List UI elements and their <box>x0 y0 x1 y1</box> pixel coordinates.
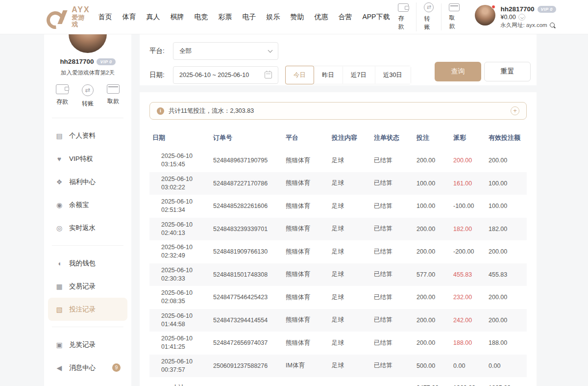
table-row: 2025-06-10 03:15:45 5248489637190795 熊猫体… <box>149 149 527 172</box>
cell-payout: 0.00 <box>450 355 486 378</box>
vip-badge: VIP 0 <box>97 58 115 65</box>
subtotal-bet: 2477.00 <box>414 377 450 386</box>
cell-payout: 182.00 <box>450 218 486 241</box>
date-preset-button[interactable]: 昨日 <box>314 66 343 84</box>
sidebar-item-wallet[interactable]: ◖ 我的钱包 <box>48 252 127 275</box>
header-wallet-actions: 存款 转账 取款 <box>391 2 467 31</box>
cell-order-number: 2506091237588276 <box>210 355 283 378</box>
subtotal-platform: — — <box>283 377 329 386</box>
nav-item[interactable]: 彩票 <box>217 10 233 25</box>
cell-date: 2025-06-10 01:44:58 <box>149 309 210 332</box>
nav-item[interactable]: 赞助 <box>289 10 305 25</box>
transfer-action[interactable]: 转账 <box>416 2 441 31</box>
cell-bet-content: 足球 <box>329 218 371 241</box>
cell-bet-content: 足球 <box>329 332 371 355</box>
sidebar-item-yuebao[interactable]: ◉ 余额宝 <box>48 193 127 216</box>
nav-item[interactable]: 电竞 <box>193 10 209 25</box>
deposit-action[interactable]: 存款 <box>56 84 69 108</box>
cell-valid-amount: 200.00 <box>486 286 527 309</box>
nav-item[interactable]: 合营 <box>337 10 353 25</box>
date-range-input[interactable]: 2025-06-10 ~ 2025-06-10 <box>173 66 278 84</box>
summary-bar: 共计11笔投注，流水：2,303.83 <box>149 102 527 120</box>
cell-platform: 熊猫体育 <box>283 263 329 286</box>
piggy-bank-icon: ◖ <box>55 259 64 267</box>
cell-payout: 200.00 <box>450 149 486 172</box>
reset-button[interactable]: 重置 <box>484 62 531 81</box>
sidebar-item-welfare[interactable]: ❖ 福利中心 <box>48 170 127 193</box>
nav-item[interactable]: APP下载 <box>361 10 391 25</box>
cell-order-number: 5248473294414554 <box>210 309 283 332</box>
balance-chevron-down-icon[interactable] <box>518 14 525 21</box>
nav-item[interactable]: 体育 <box>121 10 137 25</box>
sidebar-item-vip[interactable]: ♥ VIP特权 <box>48 147 127 170</box>
cell-payout: 455.83 <box>450 263 486 286</box>
sidebar-item-rebate[interactable]: ◎ 实时返水 <box>48 216 127 239</box>
date-label: 日期: <box>149 71 173 79</box>
cell-date: 2025-06-10 02:30:33 <box>149 263 210 286</box>
cell-status: 已结算 <box>371 355 414 378</box>
search-button[interactable]: 查询 <box>435 62 481 81</box>
cell-platform: 熊猫体育 <box>283 218 329 241</box>
cell-bet-amount: 200.00 <box>414 286 450 309</box>
date-presets: 今日 昨日 近7日 近30日 <box>285 66 411 84</box>
nav-item[interactable]: 电子 <box>241 10 257 25</box>
cell-valid-amount: 200.00 <box>486 240 527 263</box>
cell-bet-amount: 100.00 <box>414 195 450 218</box>
platform-select[interactable]: 全部 <box>173 42 278 60</box>
nav-item[interactable]: 首页 <box>97 10 113 25</box>
nav-item[interactable]: 棋牌 <box>169 10 185 25</box>
divider <box>52 327 123 327</box>
column-header: 注单状态 <box>371 127 414 149</box>
cell-bet-amount: 200.00 <box>414 218 450 241</box>
table-row: 2025-06-10 01:41:25 5248472656974037 熊猫体… <box>149 332 527 355</box>
search-icon[interactable] <box>549 22 556 28</box>
cell-platform: 熊猫体育 <box>283 332 329 355</box>
cell-order-number: 5248483239339701 <box>210 218 283 241</box>
sidebar-item-messages[interactable]: ◀ 消息中心 9 <box>48 356 127 379</box>
nav-item[interactable]: 娱乐 <box>265 10 281 25</box>
notification-dot-icon <box>491 5 495 9</box>
nav-item[interactable]: 优惠 <box>313 10 329 25</box>
column-header: 订单号 <box>210 127 283 149</box>
cell-bet-amount: 200.00 <box>414 240 450 263</box>
table-row: 2025-06-10 03:02:22 5248487227170786 熊猫体… <box>149 172 527 195</box>
sidebar-item-bet-records[interactable]: ▧ 投注记录 <box>48 298 127 321</box>
sidebar-item-transactions[interactable]: ▦ 交易记录 <box>48 275 127 298</box>
cell-platform: IM体育 <box>283 355 329 378</box>
cell-valid-amount: 0.00 <box>486 355 527 378</box>
cell-valid-amount: 455.83 <box>486 263 527 286</box>
table-row: 2025-06-10 02:40:13 5248483239339701 熊猫体… <box>149 218 527 241</box>
sidebar-item-feedback[interactable]: ✎ 意见反馈 <box>48 379 127 386</box>
cell-platform: 熊猫体育 <box>283 195 329 218</box>
deposit-action[interactable]: 存款 <box>391 3 416 31</box>
date-preset-button[interactable]: 近30日 <box>375 66 411 84</box>
date-preset-button[interactable]: 近7日 <box>343 66 375 84</box>
cell-order-number: 5248489637190795 <box>210 149 283 172</box>
sidebar: hh2817700 VIP 0 加入爱游戏体育第2天 存款 转账 取款 <box>44 34 131 386</box>
id-card-icon: ▤ <box>55 132 64 140</box>
cell-bet-amount: 100.00 <box>414 172 450 195</box>
megaphone-icon: ◀ <box>55 364 64 372</box>
expand-plus-icon[interactable] <box>511 106 519 115</box>
cell-date: 2025-06-10 02:40:13 <box>149 218 210 241</box>
nav-item[interactable]: 真人 <box>145 10 161 25</box>
brand-logo[interactable]: AYX 爱游戏 <box>47 5 90 28</box>
withdraw-action[interactable]: 取款 <box>441 3 467 30</box>
top-header: AYX 爱游戏 首页体育真人棋牌电竞彩票电子娱乐赞助优惠合营APP下载 存款 转… <box>0 0 588 34</box>
transfer-action[interactable]: 转账 <box>82 84 94 108</box>
notification-badge: 9 <box>112 363 121 372</box>
withdraw-action[interactable]: 取款 <box>107 84 120 108</box>
date-preset-button[interactable]: 今日 <box>285 66 314 84</box>
bank-card-icon <box>449 3 460 11</box>
platform-label: 平台: <box>149 47 173 55</box>
cell-bet-content: 足球 <box>329 263 371 286</box>
cell-status: 已结算 <box>371 240 414 263</box>
cell-order-number: 5248481501748308 <box>210 263 283 286</box>
table-row: 2025-06-10 02:30:33 5248481501748308 熊猫体… <box>149 263 527 286</box>
bet-record-icon: ▧ <box>55 306 64 313</box>
sidebar-item-prizes[interactable]: ▣ 兑奖记录 <box>48 333 127 356</box>
sidebar-item-profile[interactable]: ▤ 个人资料 <box>48 124 127 147</box>
subtotal-label: 小计 <box>149 377 210 386</box>
cell-bet-amount: 577.00 <box>414 263 450 286</box>
avatar[interactable] <box>475 5 495 26</box>
